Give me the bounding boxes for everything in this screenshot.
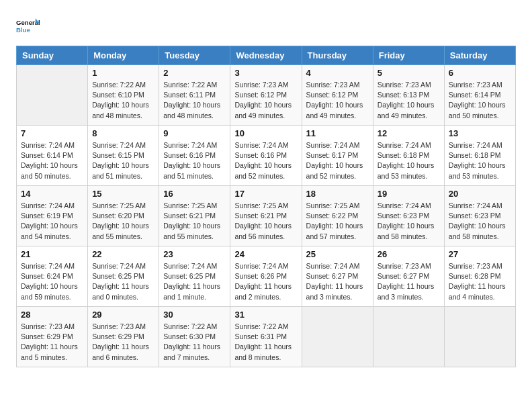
calendar-cell: 19Sunrise: 7:24 AMSunset: 6:23 PMDayligh… <box>373 186 444 246</box>
calendar-cell: 8Sunrise: 7:24 AMSunset: 6:15 PMDaylight… <box>88 126 159 186</box>
calendar-week-4: 21Sunrise: 7:24 AMSunset: 6:24 PMDayligh… <box>17 246 516 307</box>
day-info: Sunrise: 7:24 AMSunset: 6:27 PMDaylight:… <box>306 261 369 302</box>
day-info: Sunrise: 7:24 AMSunset: 6:15 PMDaylight:… <box>92 140 154 181</box>
calendar-cell: 7Sunrise: 7:24 AMSunset: 6:14 PMDaylight… <box>17 126 88 186</box>
col-header-wednesday: Wednesday <box>230 46 302 65</box>
day-info: Sunrise: 7:22 AMSunset: 6:31 PMDaylight:… <box>234 322 297 363</box>
day-number: 1 <box>92 68 154 78</box>
calendar-week-1: 1Sunrise: 7:22 AMSunset: 6:10 PMDaylight… <box>17 65 516 126</box>
day-info: Sunrise: 7:23 AMSunset: 6:29 PMDaylight:… <box>92 322 154 363</box>
day-info: Sunrise: 7:24 AMSunset: 6:18 PMDaylight:… <box>378 140 440 181</box>
day-info: Sunrise: 7:22 AMSunset: 6:10 PMDaylight:… <box>92 80 154 121</box>
calendar-cell: 9Sunrise: 7:24 AMSunset: 6:16 PMDaylight… <box>159 126 230 186</box>
col-header-sunday: Sunday <box>17 46 88 65</box>
calendar-cell: 6Sunrise: 7:23 AMSunset: 6:14 PMDaylight… <box>444 65 515 126</box>
day-info: Sunrise: 7:25 AMSunset: 6:21 PMDaylight:… <box>163 201 226 242</box>
day-number: 25 <box>306 249 369 259</box>
day-number: 12 <box>378 128 440 138</box>
day-info: Sunrise: 7:24 AMSunset: 6:24 PMDaylight:… <box>21 261 83 302</box>
day-number: 21 <box>21 249 83 259</box>
calendar-cell: 27Sunrise: 7:23 AMSunset: 6:28 PMDayligh… <box>444 246 515 307</box>
day-info: Sunrise: 7:23 AMSunset: 6:27 PMDaylight:… <box>378 261 440 302</box>
day-info: Sunrise: 7:24 AMSunset: 6:16 PMDaylight:… <box>234 140 297 181</box>
calendar-cell <box>373 307 444 367</box>
day-number: 10 <box>234 128 297 138</box>
day-number: 26 <box>378 249 440 259</box>
day-number: 19 <box>378 189 440 199</box>
calendar-cell: 20Sunrise: 7:24 AMSunset: 6:23 PMDayligh… <box>444 186 515 246</box>
day-number: 22 <box>92 249 154 259</box>
calendar-week-2: 7Sunrise: 7:24 AMSunset: 6:14 PMDaylight… <box>17 126 516 186</box>
svg-text:Blue: Blue <box>16 26 30 34</box>
calendar-cell: 1Sunrise: 7:22 AMSunset: 6:10 PMDaylight… <box>88 65 159 126</box>
day-info: Sunrise: 7:23 AMSunset: 6:29 PMDaylight:… <box>21 322 83 363</box>
calendar-cell: 3Sunrise: 7:23 AMSunset: 6:12 PMDaylight… <box>230 65 302 126</box>
day-number: 24 <box>234 249 297 259</box>
day-number: 31 <box>234 310 297 320</box>
col-header-tuesday: Tuesday <box>159 46 230 65</box>
logo: GeneralBlue <box>16 13 40 38</box>
day-info: Sunrise: 7:24 AMSunset: 6:18 PMDaylight:… <box>449 140 511 181</box>
day-number: 20 <box>449 189 511 199</box>
calendar-cell: 5Sunrise: 7:23 AMSunset: 6:13 PMDaylight… <box>373 65 444 126</box>
day-number: 8 <box>92 128 154 138</box>
day-info: Sunrise: 7:23 AMSunset: 6:28 PMDaylight:… <box>449 261 511 302</box>
col-header-friday: Friday <box>373 46 444 65</box>
calendar-cell: 26Sunrise: 7:23 AMSunset: 6:27 PMDayligh… <box>373 246 444 307</box>
day-number: 16 <box>163 189 226 199</box>
day-info: Sunrise: 7:24 AMSunset: 6:17 PMDaylight:… <box>306 140 369 181</box>
day-number: 27 <box>449 249 511 259</box>
page-header: GeneralBlue <box>16 13 516 38</box>
day-info: Sunrise: 7:25 AMSunset: 6:20 PMDaylight:… <box>92 201 154 242</box>
day-info: Sunrise: 7:23 AMSunset: 6:14 PMDaylight:… <box>449 80 511 121</box>
day-info: Sunrise: 7:24 AMSunset: 6:25 PMDaylight:… <box>163 261 226 302</box>
calendar-week-5: 28Sunrise: 7:23 AMSunset: 6:29 PMDayligh… <box>17 307 516 367</box>
calendar-cell: 30Sunrise: 7:22 AMSunset: 6:30 PMDayligh… <box>159 307 230 367</box>
calendar-cell: 29Sunrise: 7:23 AMSunset: 6:29 PMDayligh… <box>88 307 159 367</box>
calendar-cell: 13Sunrise: 7:24 AMSunset: 6:18 PMDayligh… <box>444 126 515 186</box>
day-info: Sunrise: 7:24 AMSunset: 6:25 PMDaylight:… <box>92 261 154 302</box>
calendar-week-3: 14Sunrise: 7:24 AMSunset: 6:19 PMDayligh… <box>17 186 516 246</box>
day-number: 29 <box>92 310 154 320</box>
calendar-cell: 12Sunrise: 7:24 AMSunset: 6:18 PMDayligh… <box>373 126 444 186</box>
calendar-cell: 2Sunrise: 7:22 AMSunset: 6:11 PMDaylight… <box>159 65 230 126</box>
calendar-cell <box>444 307 515 367</box>
day-number: 11 <box>306 128 369 138</box>
calendar-cell: 22Sunrise: 7:24 AMSunset: 6:25 PMDayligh… <box>88 246 159 307</box>
calendar-cell: 11Sunrise: 7:24 AMSunset: 6:17 PMDayligh… <box>302 126 373 186</box>
logo-icon: GeneralBlue <box>16 13 40 38</box>
day-info: Sunrise: 7:25 AMSunset: 6:21 PMDaylight:… <box>234 201 297 242</box>
header-row: SundayMondayTuesdayWednesdayThursdayFrid… <box>17 46 516 65</box>
day-number: 14 <box>21 189 83 199</box>
calendar-cell: 25Sunrise: 7:24 AMSunset: 6:27 PMDayligh… <box>302 246 373 307</box>
day-info: Sunrise: 7:24 AMSunset: 6:16 PMDaylight:… <box>163 140 226 181</box>
day-number: 17 <box>234 189 297 199</box>
day-info: Sunrise: 7:24 AMSunset: 6:14 PMDaylight:… <box>21 140 83 181</box>
day-number: 3 <box>234 68 297 78</box>
calendar-cell: 10Sunrise: 7:24 AMSunset: 6:16 PMDayligh… <box>230 126 302 186</box>
calendar-table: SundayMondayTuesdayWednesdayThursdayFrid… <box>16 46 516 367</box>
col-header-thursday: Thursday <box>302 46 373 65</box>
day-number: 5 <box>378 68 440 78</box>
day-number: 4 <box>306 68 369 78</box>
day-number: 15 <box>92 189 154 199</box>
day-info: Sunrise: 7:23 AMSunset: 6:13 PMDaylight:… <box>378 80 440 121</box>
calendar-cell: 24Sunrise: 7:24 AMSunset: 6:26 PMDayligh… <box>230 246 302 307</box>
day-number: 23 <box>163 249 226 259</box>
day-number: 18 <box>306 189 369 199</box>
day-info: Sunrise: 7:23 AMSunset: 6:12 PMDaylight:… <box>234 80 297 121</box>
day-number: 30 <box>163 310 226 320</box>
day-number: 28 <box>21 310 83 320</box>
calendar-cell: 23Sunrise: 7:24 AMSunset: 6:25 PMDayligh… <box>159 246 230 307</box>
calendar-cell: 17Sunrise: 7:25 AMSunset: 6:21 PMDayligh… <box>230 186 302 246</box>
day-info: Sunrise: 7:22 AMSunset: 6:11 PMDaylight:… <box>163 80 226 121</box>
col-header-monday: Monday <box>88 46 159 65</box>
day-info: Sunrise: 7:24 AMSunset: 6:23 PMDaylight:… <box>449 201 511 242</box>
calendar-cell: 16Sunrise: 7:25 AMSunset: 6:21 PMDayligh… <box>159 186 230 246</box>
calendar-cell: 18Sunrise: 7:25 AMSunset: 6:22 PMDayligh… <box>302 186 373 246</box>
calendar-cell: 4Sunrise: 7:23 AMSunset: 6:12 PMDaylight… <box>302 65 373 126</box>
calendar-cell <box>17 65 88 126</box>
day-number: 2 <box>163 68 226 78</box>
day-info: Sunrise: 7:23 AMSunset: 6:12 PMDaylight:… <box>306 80 369 121</box>
day-info: Sunrise: 7:24 AMSunset: 6:26 PMDaylight:… <box>234 261 297 302</box>
